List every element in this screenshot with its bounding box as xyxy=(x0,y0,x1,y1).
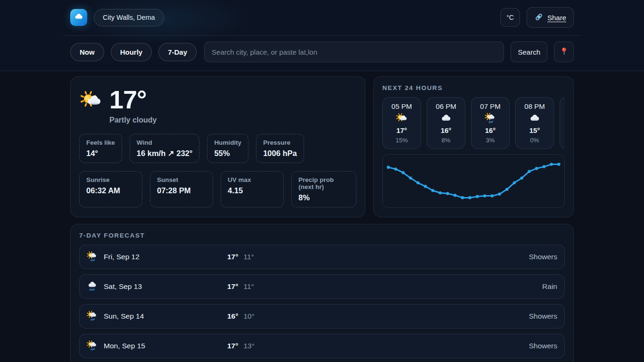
stat-label: Wind xyxy=(137,139,193,146)
stat-box: Feels like 14° xyxy=(79,134,122,163)
stat-box: Pressure 1006 hPa xyxy=(256,134,304,163)
forecast-high: 17° xyxy=(227,342,238,350)
forecast-condition: Rain xyxy=(542,282,557,291)
cloud-icon xyxy=(440,113,452,124)
nav-tab[interactable]: 7-Day xyxy=(158,43,197,61)
forecast-condition: Showers xyxy=(529,312,557,321)
forecast-row: Sat, Sep 13 17° 11° Rain xyxy=(79,274,565,299)
current-condition: Partly cloudy xyxy=(109,116,157,124)
stat-box: Wind 16 km/h ↗ 232° xyxy=(130,134,200,163)
stat-value: 8% xyxy=(298,193,349,202)
stat-box: Sunset 07:28 PM xyxy=(150,171,213,207)
hour-time: 06 PM xyxy=(436,102,456,110)
nav-row: Now Hourly 7-Day Search xyxy=(0,36,644,71)
hour-precip-prob: 3% xyxy=(486,137,495,144)
hour-card: 06 PM 16° 8% xyxy=(427,97,465,149)
unit-toggle-button[interactable]: °C xyxy=(500,8,520,27)
hour-time: 05 PM xyxy=(391,102,412,110)
forecast-day: Mon, Sep 15 xyxy=(104,342,227,350)
stat-value: 14° xyxy=(86,149,115,158)
stat-label: Sunrise xyxy=(86,176,135,183)
stat-value: 16 km/h ↗ 232° xyxy=(137,149,193,158)
forecast-high: 17° xyxy=(227,282,238,291)
sun-behind-cloud-icon xyxy=(396,113,407,124)
app-logo xyxy=(70,9,87,26)
pushpin-icon xyxy=(560,47,568,57)
stat-label: UV max xyxy=(228,176,277,183)
forecast-low: 13° xyxy=(243,342,254,350)
stat-box: Sunrise 06:32 AM xyxy=(79,171,142,207)
hour-precip-prob: 0% xyxy=(530,137,539,144)
next-24-hours-title: NEXT 24 HOURS xyxy=(382,84,565,91)
hour-card: 05 PM 17° 15% xyxy=(382,97,421,149)
forecast-condition: Showers xyxy=(529,342,557,350)
stat-box: UV max 4.15 xyxy=(221,171,284,207)
link-icon xyxy=(534,12,544,23)
stat-value: 06:32 AM xyxy=(86,186,135,195)
hour-card: 08 PM 15° 0% xyxy=(515,97,554,149)
forecast-low: 10° xyxy=(243,312,254,321)
hour-precip-prob: 8% xyxy=(442,137,451,144)
hour-temp: 15° xyxy=(529,126,540,134)
forecast-day: Sun, Sep 14 xyxy=(104,312,227,321)
stat-label: Sunset xyxy=(157,176,206,183)
hour-card: 07 PM 16° 3% xyxy=(471,97,510,149)
search-button[interactable]: Search xyxy=(511,41,547,62)
stat-value: 4.15 xyxy=(228,186,277,195)
seven-day-forecast-card: 7-DAY FORECAST Fri, Sep 12 17° 11° Showe… xyxy=(70,224,574,362)
stat-value: 1006 hPa xyxy=(263,149,297,158)
sun-behind-rain-cloud-icon xyxy=(485,113,496,124)
next-24-hours-card: NEXT 24 HOURS 05 PM 17° 15% 06 PM xyxy=(373,76,574,217)
forecast-row: Fri, Sep 12 17° 11° Showers xyxy=(79,245,565,269)
stat-label: Pressure xyxy=(263,139,297,146)
sun-behind-rain-cloud-icon xyxy=(87,311,98,321)
sun-behind-cloud-icon xyxy=(80,86,102,114)
hour-precip-prob: 15% xyxy=(396,137,408,144)
share-label: Share xyxy=(547,14,566,22)
current-conditions-card: 17° Partly cloudy Feels like 14° Wind 16… xyxy=(70,76,365,217)
stat-box: Humidity 55% xyxy=(207,134,248,163)
stat-value: 55% xyxy=(214,149,241,158)
forecast-row: Mon, Sep 15 17° 13° Showers xyxy=(79,334,565,358)
stat-value: 07:28 PM xyxy=(157,186,206,195)
location-chip[interactable]: City Walls, Dema xyxy=(94,9,164,26)
hour-temp: 16° xyxy=(485,126,496,134)
cloud-icon xyxy=(529,113,540,124)
nav-tab[interactable]: Hourly xyxy=(111,43,152,61)
top-actions: °C Share xyxy=(500,7,574,28)
hour-temp: 16° xyxy=(441,126,452,134)
forecast-low: 11° xyxy=(243,253,254,261)
hour-time: 08 PM xyxy=(524,102,545,110)
search-input[interactable] xyxy=(204,41,504,62)
main-content: 17° Partly cloudy Feels like 14° Wind 16… xyxy=(63,71,581,362)
hourly-strip: 05 PM 17° 15% 06 PM 16° 8% xyxy=(382,97,565,149)
stat-label: Precip prob (next hr) xyxy=(298,176,349,190)
forecast-row: Sun, Sep 14 16° 10° Showers xyxy=(79,304,565,329)
hour-time: 07 PM xyxy=(480,102,500,110)
forecast-high: 17° xyxy=(227,253,238,261)
forecast-low: 11° xyxy=(243,282,254,291)
stat-label: Humidity xyxy=(214,139,241,146)
use-location-button[interactable] xyxy=(554,41,574,62)
sun-behind-rain-cloud-icon xyxy=(87,340,98,351)
current-temperature: 17° xyxy=(109,86,157,113)
stat-label: Feels like xyxy=(86,139,115,146)
forecast-high: 16° xyxy=(227,312,238,321)
top-bar: City Walls, Dema °C Share xyxy=(0,0,644,36)
forecast-day: Fri, Sep 12 xyxy=(104,253,227,261)
forecast-condition: Showers xyxy=(529,253,557,261)
sun-behind-rain-cloud-icon xyxy=(87,251,98,262)
stat-box: Precip prob (next hr) 8% xyxy=(291,171,356,207)
forecast-day: Sat, Sep 13 xyxy=(104,282,227,291)
seven-day-forecast-title: 7-DAY FORECAST xyxy=(79,232,565,239)
cloud-icon xyxy=(74,12,83,23)
hour-temp: 17° xyxy=(396,126,407,134)
rain-cloud-icon xyxy=(87,281,98,292)
share-button[interactable]: Share xyxy=(527,7,574,28)
temperature-trend-chart xyxy=(382,154,565,208)
brand: City Walls, Dema xyxy=(70,9,164,26)
nav-tab[interactable]: Now xyxy=(70,43,104,61)
hour-card: 09 PM 15° 0% xyxy=(560,97,565,149)
